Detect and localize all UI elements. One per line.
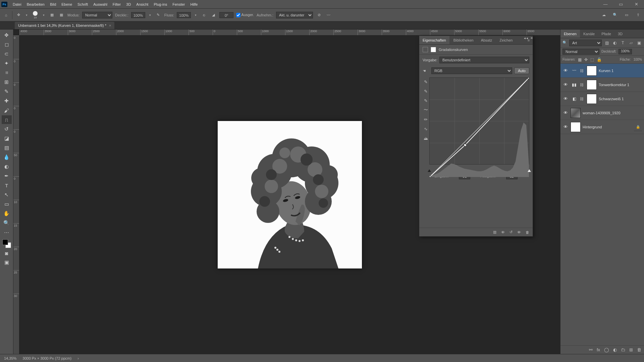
mask-thumb[interactable] [587,94,597,104]
lock-pixels-icon[interactable]: ▦ [578,57,582,62]
blend-mode-select[interactable]: Normal [562,49,599,55]
menu-auswahl[interactable]: Auswahl [91,0,110,8]
layer-name[interactable]: Schwarzweiß 1 [599,97,642,101]
share-icon[interactable]: ⇪ [635,12,641,18]
group-icon[interactable]: 🗀 [621,347,625,352]
layer-name[interactable]: Kurven 1 [599,69,642,73]
layer-row[interactable]: 👁〰⛓Kurven 1 [560,64,644,78]
workspace-icon[interactable]: ▭ [623,12,630,18]
menu-hilfe[interactable]: Hilfe [187,0,200,8]
maximize-button[interactable]: ▭ [613,0,629,9]
zoom-tool[interactable]: 🔍 [2,219,12,227]
aligned-checkbox[interactable]: Ausger. [236,12,254,18]
smooth-icon[interactable]: ∿ [423,126,429,132]
new-layer-icon[interactable]: ⊞ [629,347,633,352]
eyedropper-tool[interactable]: ✎ [2,87,12,96]
filter-type-icon[interactable]: T [620,40,626,46]
layer-name[interactable]: Tonwertkorrektur 1 [599,83,642,87]
mask-icon[interactable]: ◯ [604,347,609,352]
previous-state-icon[interactable]: 👁 [501,230,505,234]
delete-layer-icon[interactable]: 🗑 [637,347,641,352]
healing-tool[interactable]: ✚ [2,97,12,105]
delete-adjustment-icon[interactable]: 🗑 [526,230,529,234]
screenmode-icon[interactable]: ▣ [2,258,12,267]
menu-plug-ins[interactable]: Plug-ins [151,0,170,8]
tab-properties[interactable]: Eigenschaften [419,36,449,44]
history-brush-tool[interactable]: ↺ [2,125,12,133]
menu-ansicht[interactable]: Ansicht [133,0,151,8]
close-tab-icon[interactable]: × [109,23,111,27]
adjustment-icon[interactable]: ◐ [613,347,617,352]
menu-datei[interactable]: Datei [10,0,24,8]
edit-points-icon[interactable]: 〜 [423,107,429,113]
flow-value[interactable]: 100% [177,12,191,18]
brush-panel-icon[interactable]: ▩ [49,12,55,18]
home-icon[interactable]: ⌂ [3,12,9,18]
white-eyedropper-icon[interactable]: ✎ [423,98,429,104]
black-eyedropper-icon[interactable]: ✎ [423,79,429,85]
pen-tool[interactable]: ✒ [2,172,12,180]
eraser-tool[interactable]: ◪ [2,134,12,143]
tab-3d[interactable]: 3D [614,29,626,38]
lock-position-icon[interactable]: ✜ [584,57,588,62]
crop-tool[interactable]: ⌗ [2,68,12,77]
tab-character[interactable]: Zeichen [496,36,516,44]
zoom-level[interactable]: 14,35% [4,356,16,360]
type-tool[interactable]: T [2,181,12,190]
properties-panel[interactable]: Eigenschaften Bibliotheken Absatz Zeiche… [419,36,533,237]
link-layers-icon[interactable]: ⚯ [589,347,593,352]
minimize-button[interactable]: — [598,0,613,9]
quick-select-tool[interactable]: ✦ [2,59,12,68]
layer-thumb[interactable] [571,108,581,118]
close-button[interactable]: ✕ [629,0,644,9]
filter-shape-icon[interactable]: ▱ [628,40,634,46]
layer-row[interactable]: 👁Hintergrund🔒 [560,120,644,134]
visibility-icon[interactable]: 👁 [562,82,569,87]
reset-icon[interactable]: ↺ [509,230,513,234]
menu-3d[interactable]: 3D [123,0,133,8]
menu-ebene[interactable]: Ebene [59,0,75,8]
layer-row[interactable]: 👁woman-1439909_1920 [560,106,644,120]
color-swatches[interactable] [2,239,11,248]
pressure-size-icon[interactable]: 〰 [325,12,332,18]
tool-preset-dropdown[interactable]: ▾ [24,13,29,17]
filter-pixel-icon[interactable]: ▧ [604,40,610,46]
visibility-icon[interactable]: 👁 [562,96,569,101]
menu-schrift[interactable]: Schrift [75,0,91,8]
filter-smart-icon[interactable]: ▣ [636,40,642,46]
menu-filter[interactable]: Filter [110,0,123,8]
tab-libraries[interactable]: Bibliotheken [450,36,477,44]
mask-thumb[interactable] [587,80,597,90]
opacity-value[interactable]: 100% [131,12,145,18]
shape-tool[interactable]: ▭ [2,200,12,208]
visibility-icon[interactable]: 👁 [562,110,569,115]
layer-row[interactable]: 👁▮▮⛓Tonwertkorrektur 1 [560,78,644,92]
cloud-icon[interactable]: ☁ [600,12,607,18]
curves-graph[interactable] [429,77,529,165]
mask-thumb[interactable] [587,66,597,76]
document-tab[interactable]: Unbenannt-1 bei 14,3% (Kurven 1, Ebenenm… [15,22,114,29]
tab-paragraph[interactable]: Absatz [478,36,496,44]
quickmask-icon[interactable]: ◙ [2,249,12,257]
dodge-tool[interactable]: ◐ [2,162,12,171]
lasso-tool[interactable]: ⊂ [2,50,12,58]
sample-select[interactable]: Akt. u. darunter [276,12,313,18]
pressure-opacity-icon[interactable]: ✎ [155,12,162,18]
gray-eyedropper-icon[interactable]: ✎ [423,88,429,94]
angle-value[interactable]: 0° [219,12,233,18]
menu-bild[interactable]: Bild [47,0,59,8]
layer-thumb[interactable] [571,122,581,132]
menu-bearbeiten[interactable]: Bearbeiten [24,0,47,8]
edit-toolbar[interactable]: ⋯ [2,228,12,237]
preset-select[interactable]: Benutzerdefiniert [439,57,529,63]
targeted-adjust-icon[interactable]: ☚ [423,69,429,73]
layer-row[interactable]: 👁◧⛓Schwarzweiß 1 [560,92,644,106]
tab-paths[interactable]: Pfade [598,29,614,38]
fill-value[interactable]: 100% [633,58,642,61]
layer-filter-kind[interactable]: Art [569,40,602,46]
clone-stamp-tool[interactable]: ⎍ [2,115,12,124]
histogram-toggle-icon[interactable]: ⛰ [423,135,429,141]
auto-button[interactable]: Auto [514,67,529,74]
menu-fenster[interactable]: Fenster [170,0,187,8]
visibility-icon[interactable]: 👁 [562,68,569,73]
